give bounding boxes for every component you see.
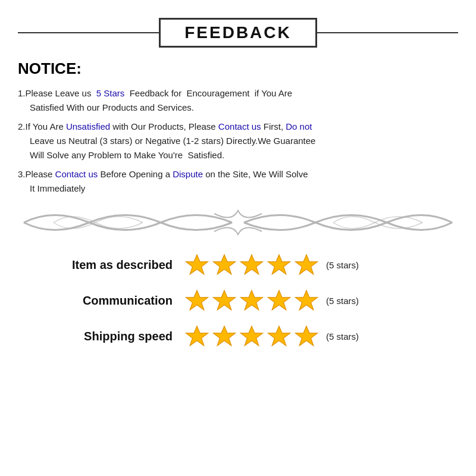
star-comm-1 <box>184 288 209 313</box>
svg-marker-6 <box>214 290 236 310</box>
star-ship-5 <box>294 324 319 349</box>
svg-marker-8 <box>268 290 290 310</box>
svg-marker-10 <box>186 326 208 346</box>
rating-label-item-described: Item as described <box>30 258 184 272</box>
star-count-communication: (5 stars) <box>326 296 359 306</box>
notice-title: NOTICE: <box>18 60 458 78</box>
decorative-divider <box>18 205 458 240</box>
stars-shipping: (5 stars) <box>184 324 359 349</box>
feedback-title: FEEDBACK <box>159 18 317 48</box>
star-ship-1 <box>184 324 209 349</box>
star-count-shipping: (5 stars) <box>326 331 359 342</box>
svg-marker-13 <box>268 326 290 346</box>
svg-marker-14 <box>296 326 318 346</box>
star-ship-2 <box>212 324 237 349</box>
star-ship-3 <box>239 324 264 349</box>
star-count-item-described: (5 stars) <box>326 260 359 270</box>
svg-marker-0 <box>186 255 208 274</box>
star-1 <box>184 252 209 277</box>
contact-us-2: Contact us <box>55 169 98 179</box>
svg-marker-2 <box>241 255 263 274</box>
svg-marker-11 <box>214 326 236 346</box>
stars-item-described: (5 stars) <box>184 252 359 277</box>
star-4 <box>267 252 292 277</box>
notice-item-3: 3.Please Contact us Before Opening a Dis… <box>18 167 458 196</box>
feedback-header: FEEDBACK <box>18 18 458 48</box>
notice-item-1: 1.Please Leave us 5 Stars Feedback for E… <box>18 86 458 115</box>
star-comm-2 <box>212 288 237 313</box>
rating-label-shipping: Shipping speed <box>30 330 184 343</box>
star-5 <box>294 252 319 277</box>
star-ship-4 <box>267 324 292 349</box>
do-not-text: Do not <box>286 121 312 131</box>
stars-communication: (5 stars) <box>184 288 359 313</box>
rating-row-item-described: Item as described (5 stars) <box>30 252 446 277</box>
svg-marker-3 <box>268 255 290 274</box>
star-comm-4 <box>267 288 292 313</box>
star-comm-5 <box>294 288 319 313</box>
divider-svg <box>18 205 458 240</box>
svg-marker-7 <box>241 290 263 310</box>
star-comm-3 <box>239 288 264 313</box>
ratings-section: Item as described (5 stars) Communicatio… <box>18 252 458 349</box>
notice-list: 1.Please Leave us 5 Stars Feedback for E… <box>18 86 458 196</box>
unsatisfied-text: Unsatisfied <box>66 121 110 131</box>
contact-us-1: Contact us <box>218 121 261 131</box>
svg-marker-9 <box>296 290 318 310</box>
rating-row-shipping: Shipping speed (5 stars) <box>30 324 446 349</box>
svg-marker-4 <box>296 255 318 274</box>
dispute-text: Dispute <box>173 169 203 179</box>
svg-marker-1 <box>214 255 236 274</box>
star-3 <box>239 252 264 277</box>
notice-item-2: 2.If You Are Unsatisfied with Our Produc… <box>18 120 458 162</box>
star-2 <box>212 252 237 277</box>
rating-label-communication: Communication <box>30 294 184 308</box>
svg-marker-5 <box>186 290 208 310</box>
svg-marker-12 <box>241 326 263 346</box>
rating-row-communication: Communication (5 stars) <box>30 288 446 313</box>
five-stars-text: 5 Stars <box>96 88 125 98</box>
